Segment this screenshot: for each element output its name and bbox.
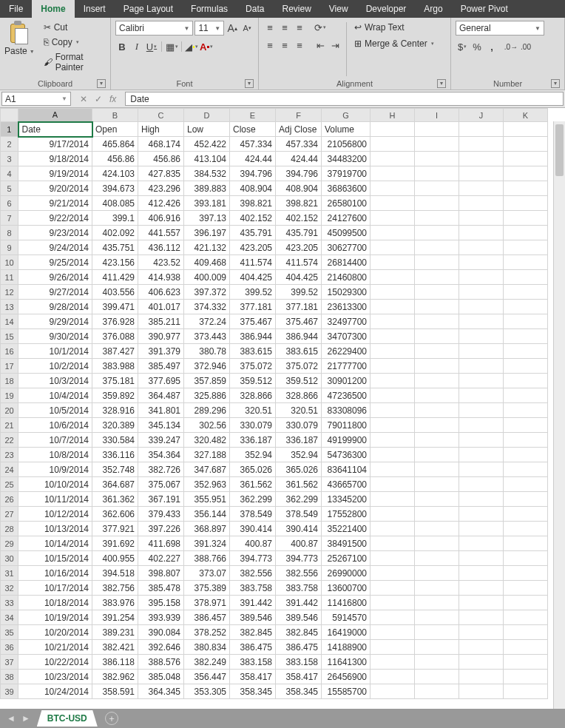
cell[interactable] <box>415 684 459 699</box>
cell[interactable]: High <box>138 122 184 137</box>
row-header-14[interactable]: 14 <box>1 314 18 329</box>
cell[interactable]: 9/21/2014 <box>18 196 92 211</box>
dialog-launcher-icon[interactable]: ▾ <box>437 79 446 88</box>
cell[interactable] <box>415 536 459 551</box>
cell[interactable] <box>459 462 504 477</box>
cell[interactable] <box>371 166 415 181</box>
cell[interactable]: Adj Close <box>276 122 322 137</box>
tab-insert[interactable]: Insert <box>75 0 115 18</box>
cell[interactable] <box>415 137 459 152</box>
cell[interactable]: 399.471 <box>92 300 138 314</box>
sheet-tab-active[interactable]: BTC-USD <box>37 710 98 727</box>
cell[interactable]: 341.801 <box>138 403 184 418</box>
cell[interactable] <box>504 448 548 462</box>
cell[interactable]: 385.478 <box>138 581 184 596</box>
cell[interactable]: 424.44 <box>230 152 276 166</box>
cell[interactable]: Date <box>18 122 92 137</box>
cell[interactable] <box>504 181 548 196</box>
cell[interactable]: 9/22/2014 <box>18 211 92 226</box>
cell[interactable]: 26229400 <box>322 344 371 359</box>
cell[interactable]: 411.698 <box>138 536 184 551</box>
cell[interactable] <box>504 670 548 684</box>
cell[interactable]: 330.079 <box>276 418 322 433</box>
cell[interactable]: 320.51 <box>276 403 322 418</box>
cell[interactable]: 374.332 <box>184 300 230 314</box>
cell[interactable] <box>459 314 504 329</box>
cell[interactable] <box>504 196 548 211</box>
increase-decimal-icon[interactable]: .0→ <box>504 40 518 53</box>
copy-button[interactable]: ⎘ Copy ▾ <box>41 36 106 49</box>
row-header-34[interactable]: 34 <box>1 610 18 625</box>
tab-developer[interactable]: Developer <box>357 0 416 18</box>
cell[interactable]: 25267100 <box>322 551 371 566</box>
row-header-7[interactable]: 7 <box>1 211 18 226</box>
cell[interactable]: 26456900 <box>322 670 371 684</box>
cell[interactable]: 364.487 <box>138 388 184 403</box>
cell[interactable] <box>459 166 504 181</box>
cell[interactable] <box>371 684 415 699</box>
align-left-icon[interactable]: ≡ <box>263 38 277 52</box>
cell[interactable] <box>504 137 548 152</box>
cell[interactable]: 378.549 <box>230 507 276 522</box>
cell[interactable]: 441.557 <box>138 226 184 240</box>
cell[interactable]: 382.421 <box>92 640 138 655</box>
cell[interactable]: 10/10/2014 <box>18 477 92 492</box>
cell[interactable]: 10/14/2014 <box>18 536 92 551</box>
cell[interactable] <box>415 655 459 670</box>
cell[interactable] <box>415 403 459 418</box>
cell[interactable] <box>415 226 459 240</box>
row-header-2[interactable]: 2 <box>1 137 18 152</box>
cell[interactable] <box>415 596 459 610</box>
cell[interactable] <box>459 551 504 566</box>
cell[interactable]: 9/20/2014 <box>18 181 92 196</box>
cell[interactable] <box>459 344 504 359</box>
cell[interactable] <box>415 255 459 270</box>
cell[interactable]: 414.938 <box>138 270 184 285</box>
font-color-button[interactable]: A▾ <box>200 40 213 53</box>
cell[interactable] <box>459 596 504 610</box>
cell[interactable]: 10/5/2014 <box>18 403 92 418</box>
cell[interactable]: Open <box>92 122 138 137</box>
cell[interactable] <box>459 300 504 314</box>
cell[interactable]: 330.079 <box>230 418 276 433</box>
cell[interactable] <box>371 181 415 196</box>
row-header-6[interactable]: 6 <box>1 196 18 211</box>
cell[interactable] <box>504 344 548 359</box>
cell[interactable] <box>504 300 548 314</box>
col-header-I[interactable]: I <box>415 109 459 122</box>
cell[interactable]: 347.687 <box>184 462 230 477</box>
cell[interactable]: 400.87 <box>276 536 322 551</box>
sheet-nav-next-icon[interactable]: ► <box>19 713 33 724</box>
cell[interactable]: 383.158 <box>276 655 322 670</box>
cell[interactable]: 408.085 <box>92 196 138 211</box>
cell[interactable]: 394.673 <box>92 181 138 196</box>
cell[interactable]: 364.345 <box>138 684 184 699</box>
cell[interactable] <box>371 610 415 625</box>
cell[interactable]: 13600700 <box>322 581 371 596</box>
cell[interactable]: 465.864 <box>92 137 138 152</box>
cell[interactable]: 328.866 <box>230 388 276 403</box>
cell[interactable] <box>371 359 415 374</box>
cell[interactable]: 328.866 <box>276 388 322 403</box>
cell[interactable]: 289.296 <box>184 403 230 418</box>
row-header-23[interactable]: 23 <box>1 448 18 462</box>
cell[interactable]: 382.249 <box>184 655 230 670</box>
align-middle-icon[interactable]: ≡ <box>278 21 291 34</box>
cell[interactable] <box>504 536 548 551</box>
cell[interactable] <box>459 536 504 551</box>
cell[interactable] <box>504 388 548 403</box>
cell[interactable]: 10/17/2014 <box>18 581 92 596</box>
cell[interactable]: 386.118 <box>92 655 138 670</box>
cell[interactable]: 394.796 <box>276 166 322 181</box>
cell[interactable] <box>371 448 415 462</box>
cell[interactable]: 358.417 <box>276 670 322 684</box>
cell[interactable]: 411.574 <box>230 255 276 270</box>
cell[interactable] <box>371 196 415 211</box>
cell[interactable]: 330.584 <box>92 433 138 448</box>
cell[interactable]: 320.389 <box>92 418 138 433</box>
cell[interactable] <box>459 196 504 211</box>
cell[interactable]: 10/3/2014 <box>18 374 92 388</box>
cell[interactable]: 456.86 <box>138 152 184 166</box>
cell[interactable] <box>459 285 504 300</box>
cell[interactable] <box>371 596 415 610</box>
